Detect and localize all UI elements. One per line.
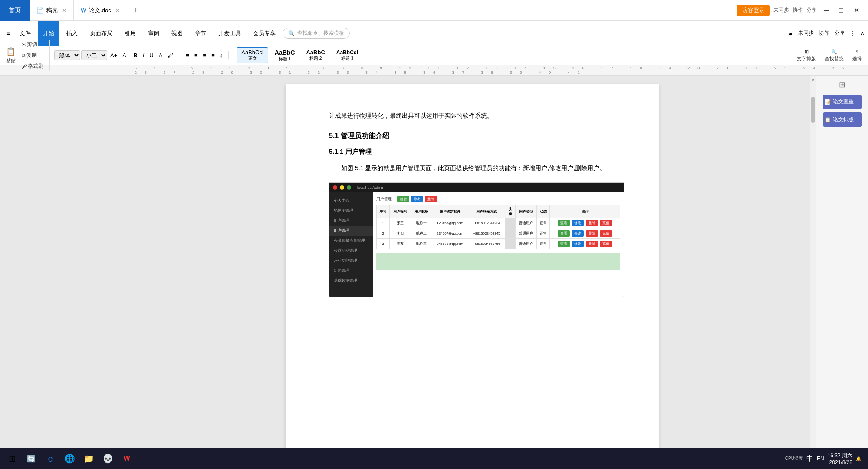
table-row: 3 王五 昵称三 345678@qq.com +8615034563456 普通… (377, 239, 620, 249)
font-size-select[interactable]: 小二 (81, 50, 107, 60)
tab-doc-close[interactable]: ✕ (115, 7, 120, 13)
ss-dot-yellow (340, 185, 344, 190)
taskbar-time: 16:32 周六 2021/8/28 (828, 452, 852, 466)
font-shrink-button[interactable]: A- (120, 51, 130, 59)
scroll-thumb[interactable] (811, 97, 815, 123)
align-justify-button[interactable]: ≡ (209, 51, 217, 59)
ss-page-title: 用户管理 (376, 196, 392, 202)
copy-button[interactable]: ⧉ 复制 (19, 50, 46, 60)
search-box[interactable]: 🔍 查找命令、搜索模板 (283, 28, 350, 39)
ribbon: ≡ 文件 开始 插入 页面布局 引用 审阅 视图 章节 开发工具 会员专享 🔍 … (0, 21, 868, 46)
taskbar-input-en: EN (817, 456, 824, 462)
taskbar-input-method[interactable]: 中 (806, 454, 813, 463)
underline-button[interactable]: U (147, 51, 155, 59)
taskbar-icon-1[interactable]: 🔄 (23, 450, 40, 467)
style-normal[interactable]: AaBbCci 正文 (237, 47, 268, 63)
ribbon-tab-chapter[interactable]: 章节 (190, 21, 211, 46)
cut-icon: ✂ (22, 42, 26, 48)
scrollbar[interactable]: ∧ (810, 76, 816, 453)
paper-check-button[interactable]: 📝 论文查重 (823, 95, 862, 109)
search-icon: 🔍 (288, 30, 295, 36)
taskbar-windows-button[interactable]: ⊞ (3, 450, 21, 467)
style-heading2[interactable]: AaBbC 标题 2 (301, 47, 329, 63)
align-center-button[interactable]: ≡ (192, 51, 200, 59)
ribbon-tab-layout[interactable]: 页面布局 (85, 21, 118, 46)
visit-login-button[interactable]: 访客登录 (737, 5, 770, 16)
minimize-button[interactable]: ─ (820, 7, 832, 14)
taskbar-ie-icon[interactable]: e (42, 450, 59, 467)
ss-table: 序号 用户账号 用户昵称 用户绑定邮件 用户联系方式 头像 用户类型 状态 操作 (376, 205, 620, 249)
share-text[interactable]: 分享 (835, 30, 845, 37)
ribbon-tab-view[interactable]: 视图 (166, 21, 188, 46)
paragraph-group: ≡ ≡ ≡ ≡ ↕ (184, 51, 229, 59)
subsection-title: 5.1.1 用户管理 (329, 148, 624, 156)
ribbon-tab-devtools[interactable]: 开发工具 (213, 21, 246, 46)
titlebar-right: 访客登录 未同步 协作 分享 ─ □ ✕ (737, 5, 868, 16)
ribbon-tab-review[interactable]: 审阅 (143, 21, 164, 46)
screenshot-image: localhost/admin 个人中心 轮播图管理 用户管理 用户管理 会员套… (329, 182, 624, 297)
text-layout-button[interactable]: ⊞ 文字排版 (794, 48, 819, 63)
font-grow-button[interactable]: A+ (108, 51, 119, 59)
find-replace-button[interactable]: 🔍 查找替换 (822, 48, 846, 63)
align-left-button[interactable]: ≡ (184, 51, 191, 59)
ss-menu-personal: 个人中心 (329, 196, 373, 206)
ss-col-action: 操作 (550, 205, 620, 218)
paste-group: 📋 粘贴 ✂ 剪切 ⧉ 复制 🖌 格式刷 (3, 40, 50, 71)
find-icon: 🔍 (831, 49, 837, 55)
tab-ruoke[interactable]: 📄 稿壳 ✕ (30, 0, 74, 21)
taskbar-app-icon[interactable]: 💀 (99, 450, 116, 467)
text-layout-icon: ⊞ (805, 49, 809, 55)
taskbar-wps-icon[interactable]: W (118, 450, 135, 467)
ss-menu-news: 新闻管理 (329, 266, 373, 276)
cursor-icon: ↖ (855, 49, 859, 55)
add-tab-button[interactable]: + (127, 0, 144, 21)
scroll-up-button[interactable]: ∧ (810, 76, 816, 84)
share-label: 分享 (806, 7, 817, 14)
ss-menu-banner: 轮播图管理 (329, 206, 373, 216)
tab-close[interactable]: ✕ (62, 7, 66, 13)
ribbon-tab-insert[interactable]: 插入 (61, 21, 83, 46)
ss-toolbar: 用户管理 新增 导出 删除 (376, 196, 620, 202)
paper-check-icon: 📝 (825, 99, 831, 105)
paper-layout-button[interactable]: 📋 论文排版 (823, 112, 862, 127)
more-icon[interactable]: ⋮ (850, 30, 855, 36)
collab-text[interactable]: 协作 (819, 30, 829, 37)
line-spacing-button[interactable]: ↕ (218, 51, 225, 59)
menu-icon[interactable]: ≡ (3, 30, 13, 37)
ss-main: 用户管理 新增 导出 删除 序号 用户账号 用户昵称 (373, 192, 624, 297)
italic-button[interactable]: I (141, 51, 147, 59)
pdf-icon: 📄 (36, 7, 44, 14)
ribbon-tab-ref[interactable]: 引用 (119, 21, 141, 46)
taskbar-explorer-icon[interactable]: 📁 (80, 450, 97, 467)
ss-view-btn: 查看 (558, 220, 570, 226)
collapse-icon[interactable]: ∧ (861, 30, 865, 36)
style-heading3[interactable]: AaBbCci 标题 3 (332, 48, 363, 63)
main-area: 计成果进行物理转化，最终出具可以运用于实际的软件系统。 5.1 管理员功能介绍 … (0, 76, 868, 453)
taskbar-notification[interactable]: 🔔 (856, 456, 861, 461)
taskbar-browser-icon[interactable]: 🌐 (61, 450, 78, 467)
select-button[interactable]: ↖ 选择 (850, 48, 865, 63)
ss-url: localhost/admin (357, 185, 385, 190)
section-title: 5.1 管理员功能介绍 (329, 132, 624, 141)
paper-layout-icon: 📋 (825, 117, 831, 123)
font-family-select[interactable]: 黑体 (54, 50, 80, 60)
cut-button[interactable]: ✂ 剪切 (19, 40, 46, 50)
tab-doc[interactable]: W 论文.doc ✕ (74, 0, 127, 21)
align-right-button[interactable]: ≡ (201, 51, 209, 59)
title-bar: 首页 📄 稿壳 ✕ W 论文.doc ✕ + 访客登录 未同步 协作 分享 ─ … (0, 0, 868, 21)
ss-col-account: 用户账号 (389, 205, 411, 218)
ss-col-avatar: 头像 (505, 205, 516, 218)
close-button[interactable]: ✕ (850, 6, 863, 14)
style-gallery: AaBbCci 正文 AaBbC 标题 1 AaBbC 标题 2 AaBbCci… (237, 47, 363, 64)
style-heading1[interactable]: AaBbC 标题 1 (270, 47, 300, 64)
ss-menu-business: 营业功能管理 (329, 256, 373, 266)
font-group: 黑体 小二 A+ A- B I U A 🖊 (54, 50, 179, 60)
format-brush-button[interactable]: 🖌 格式刷 (19, 61, 46, 71)
bold-button[interactable]: B (131, 51, 139, 59)
maximize-button[interactable]: □ (835, 7, 847, 14)
highlight-button[interactable]: 🖊 (165, 51, 175, 59)
paste-button[interactable]: 📋 粘贴 (3, 46, 18, 65)
ribbon-tab-vip[interactable]: 会员专享 (248, 21, 281, 46)
tab-home[interactable]: 首页 (0, 0, 30, 21)
font-color-button[interactable]: A (157, 51, 165, 59)
